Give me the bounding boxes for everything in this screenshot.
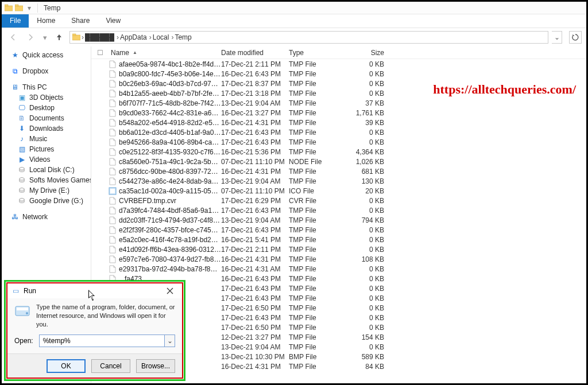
table-row[interactable]: b6f707f7-71c5-48db-82be-7f42f53e1...13-D… xyxy=(91,98,586,108)
file-date: 17-Dec-21 6:43 PM xyxy=(221,226,289,234)
tab-share[interactable]: Share xyxy=(63,14,98,28)
table-row[interactable]: e597c7e6-7080-4374-9d27-fb8a2aea...16-De… xyxy=(91,254,586,264)
table-row[interactable]: e5a2c0ec-416f-4c78-a19f-bd29659ed...16-D… xyxy=(91,235,586,244)
table-row[interactable]: c544273e-a86c-4e24-8dab-9ace8200...13-De… xyxy=(91,176,586,186)
file-type: ICO File xyxy=(289,187,345,195)
file-icon xyxy=(109,246,117,254)
table-row[interactable]: dd2c03ff-71c9-4794-9d37-c4f80d8c5...13-D… xyxy=(91,215,586,225)
sidebar-mydrive[interactable]: ⛁ My Drive (E:) xyxy=(2,185,91,196)
sidebar-dropbox[interactable]: ⧉ Dropbox xyxy=(2,66,91,76)
column-size[interactable]: Size xyxy=(345,49,390,57)
file-type: TMP File xyxy=(289,207,345,215)
table-row[interactable]: e29317ba-97d2-494b-ba78-f86d8444...16-De… xyxy=(91,264,586,274)
run-description: Type the name of a program, folder, docu… xyxy=(36,303,175,329)
file-size: 589 KB xyxy=(345,353,390,361)
file-date: 17-Dec-21 6:50 PM xyxy=(221,304,289,312)
table-row[interactable]: b9cd0e33-7662-44c2-831e-a6ee3fafb...16-D… xyxy=(91,108,586,118)
ok-button[interactable]: OK xyxy=(47,359,86,373)
forward-button[interactable] xyxy=(24,30,37,44)
back-button[interactable] xyxy=(6,30,20,44)
svg-rect-4 xyxy=(72,35,80,40)
table-row[interactable]: c8a560e0-751a-49c1-9c2a-5b1a12e63...07-D… xyxy=(91,157,586,166)
breadcrumb-appdata[interactable]: AppData› xyxy=(120,33,152,41)
column-type[interactable]: Type xyxy=(289,49,345,57)
sidebar-network[interactable]: 🖧 Network xyxy=(2,212,91,222)
sidebar-local-c[interactable]: ⛁ Local Disk (C:) xyxy=(2,165,91,175)
sidebar-gdrive[interactable]: ⛁ Google Drive (G:) xyxy=(2,196,91,206)
refresh-button[interactable] xyxy=(569,31,582,44)
breadcrumb-user[interactable]: ██████› xyxy=(85,33,119,41)
select-all-checkbox[interactable]: ☐ xyxy=(91,49,109,57)
sidebar-music[interactable]: ♪ Music xyxy=(2,134,91,144)
sidebar-videos[interactable]: ▶ Videos xyxy=(2,154,91,165)
file-type: TMP File xyxy=(289,119,345,127)
file-name: b4b12a55-aeeb-4bb7-b7bf-2fe19f02f... xyxy=(119,90,221,98)
file-name: b0c26eb3-69ac-40d3-b7cd-97a31274... xyxy=(119,80,221,88)
breadcrumb-temp[interactable]: Temp xyxy=(175,33,191,41)
sidebar-desktop[interactable]: 🖵 Desktop xyxy=(2,103,91,113)
breadcrumb-local[interactable]: Local› xyxy=(153,33,174,41)
file-type: TMP File xyxy=(289,129,345,137)
file-name: e29317ba-97d2-494b-ba78-f86d8444... xyxy=(119,265,221,273)
table-row[interactable]: b0a9c800-fdc7-45e3-b06e-14e3f729d...16-D… xyxy=(91,69,586,79)
tab-file[interactable]: File xyxy=(2,14,29,28)
table-row[interactable]: be945266-8a9a-4106-89b4-ca77ed9f...17-De… xyxy=(91,137,586,147)
file-date: 17-Dec-21 6:29 PM xyxy=(221,197,289,205)
table-row[interactable]: e41d092f-ff6b-43ea-8396-03120021e...17-D… xyxy=(91,244,586,254)
table-row[interactable]: CVRBEFD.tmp.cvr17-Dec-21 6:29 PMCVR File… xyxy=(91,196,586,205)
sidebar-3d-objects[interactable]: ▣ 3D Objects xyxy=(2,92,91,103)
file-size: 1,761 KB xyxy=(345,109,390,117)
sidebar-item-label: 3D Objects xyxy=(29,94,63,102)
file-size: 154 KB xyxy=(345,333,390,341)
close-button[interactable] xyxy=(161,285,179,297)
table-row[interactable]: c0e25122-8f3f-4135-9320-c7f695b8ff...16-… xyxy=(91,147,586,157)
svg-rect-0 xyxy=(5,6,13,11)
sidebar-item-label: This PC xyxy=(22,83,47,91)
run-input-dropdown[interactable]: ⌄ xyxy=(165,335,175,347)
file-date: 16-Dec-21 4:31 PM xyxy=(221,363,289,371)
column-date[interactable]: Date modified xyxy=(221,49,289,57)
file-date: 17-Dec-21 6:43 PM xyxy=(221,138,289,146)
qat-folder-icon[interactable] xyxy=(14,3,24,13)
table-row[interactable]: ca35ac1d-002a-40c9-a115-050c20eb6...07-D… xyxy=(91,186,586,196)
run-input[interactable] xyxy=(39,335,165,347)
file-icon xyxy=(109,70,117,78)
qat-dropdown-icon[interactable]: ▾ xyxy=(25,3,34,13)
cancel-button[interactable]: Cancel xyxy=(91,359,130,373)
file-date: 13-Dec-21 9:04 AM xyxy=(221,99,289,107)
tab-home[interactable]: Home xyxy=(29,14,63,28)
sidebar-quick-access[interactable]: ★ Quick access xyxy=(2,50,91,60)
table-row[interactable]: e2f2f39f-280c-4357-bfce-c745e4c5e8...17-… xyxy=(91,225,586,235)
file-date: 12-Dec-21 3:27 PM xyxy=(221,333,289,341)
tab-view[interactable]: View xyxy=(98,14,129,28)
breadcrumb[interactable]: › ██████› AppData› Local› Temp xyxy=(69,31,548,44)
file-type: TMP File xyxy=(289,246,345,254)
up-button[interactable] xyxy=(52,30,66,44)
browse-button[interactable]: Browse... xyxy=(136,359,175,373)
file-date: 16-Dec-21 6:43 PM xyxy=(221,70,289,78)
file-date: 17-Dec-21 8:37 PM xyxy=(221,80,289,88)
file-date: 16-Dec-21 4:31 PM xyxy=(221,168,289,176)
sidebar-downloads[interactable]: ⬇ Downloads xyxy=(2,123,91,134)
table-row[interactable]: c8756dcc-90be-480d-8397-72d0635e...16-De… xyxy=(91,166,586,176)
recent-dropdown[interactable]: ▾ xyxy=(41,30,49,44)
table-row[interactable]: d7a39fc4-7484-4bdf-85a6-9a1b60157...17-D… xyxy=(91,205,586,215)
sidebar-softs[interactable]: ⛁ Softs Movies Games xyxy=(2,175,91,185)
sidebar-this-pc[interactable]: 🖥 This PC xyxy=(2,82,91,92)
file-type: TMP File xyxy=(289,304,345,312)
address-dropdown[interactable]: ⌄ xyxy=(552,31,562,44)
table-row[interactable]: b548a202-e5d4-4918-82d2-e5233713...16-De… xyxy=(91,118,586,127)
file-type: TMP File xyxy=(289,363,345,371)
column-name[interactable]: Name ▲ xyxy=(109,49,221,57)
svg-rect-5 xyxy=(72,34,76,36)
table-row[interactable]: afaee05a-9874-4bc1-8b2e-ff4d8253d...17-D… xyxy=(91,59,586,69)
run-icon xyxy=(14,303,30,319)
sidebar-item-label: Desktop xyxy=(29,104,55,112)
sidebar-documents[interactable]: 🗎 Documents xyxy=(2,113,91,123)
file-size: 0 KB xyxy=(345,314,390,322)
column-label: Name xyxy=(111,49,129,57)
sidebar-pictures[interactable]: ▧ Pictures xyxy=(2,144,91,154)
table-row[interactable]: bb6a012e-d3cd-4405-b1af-9a0ab50c...17-De… xyxy=(91,127,586,137)
file-size: 0 KB xyxy=(345,275,390,283)
sidebar-item-label: Quick access xyxy=(22,51,63,59)
